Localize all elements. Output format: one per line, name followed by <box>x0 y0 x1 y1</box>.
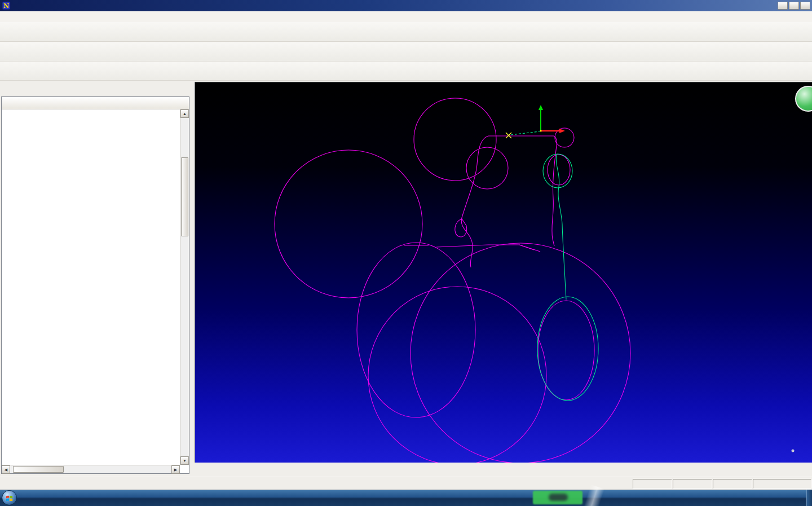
green-wire-path <box>511 131 598 401</box>
toolbar-display <box>0 42 812 61</box>
m00-marker <box>506 133 511 138</box>
show-desktop-button[interactable] <box>806 490 812 506</box>
coord-y-value <box>673 479 712 489</box>
wire-drawing <box>195 82 812 463</box>
blurred-notification <box>533 491 582 504</box>
start-button[interactable] <box>2 490 17 505</box>
close-button[interactable] <box>800 2 810 10</box>
app-icon: N <box>2 1 11 10</box>
coord-z-value <box>713 479 752 489</box>
list-header <box>2 97 189 109</box>
program-list: ▲ ▼ ◀ ▶ <box>1 96 189 474</box>
horizontal-scroll-thumb[interactable] <box>13 466 64 473</box>
scroll-right-button[interactable]: ▶ <box>171 465 180 474</box>
panel-tabs <box>0 82 191 96</box>
graphics-viewport[interactable] <box>195 82 812 463</box>
vertical-scroll-thumb[interactable] <box>181 157 188 236</box>
program-rows <box>2 109 180 465</box>
desktop: { "window": { "title": "D:\\NC\\1.NC - S… <box>0 0 812 506</box>
scroll-left-button[interactable]: ◀ <box>2 465 10 474</box>
program-panel: ▲ ▼ ◀ ▶ <box>0 82 191 477</box>
header-data <box>40 97 189 109</box>
restore-button[interactable] <box>789 2 799 10</box>
scroll-up-button[interactable]: ▲ <box>180 109 189 118</box>
status-timer-cell <box>753 479 811 489</box>
header-line-number <box>16 97 40 109</box>
scroll-down-button[interactable]: ▼ <box>180 456 189 465</box>
horizontal-scrollbar[interactable]: ◀ ▶ <box>2 465 180 473</box>
viewport-dot <box>792 450 795 452</box>
status-bar <box>0 477 812 490</box>
menu-bar <box>0 11 812 23</box>
title-bar[interactable]: N <box>0 0 812 11</box>
coord-x-value <box>633 479 672 489</box>
header-gutter <box>2 97 16 109</box>
magenta-toolpath <box>275 98 630 463</box>
vertical-scrollbar[interactable]: ▲ ▼ <box>180 109 189 465</box>
view-tab-bar <box>195 463 812 477</box>
toolbar-standard <box>0 23 812 42</box>
minimize-button[interactable] <box>778 2 788 10</box>
toolbar-simulation <box>0 61 812 81</box>
windows-flag-icon <box>5 494 14 502</box>
windows-taskbar <box>0 490 812 506</box>
svg-text:N: N <box>3 2 9 10</box>
